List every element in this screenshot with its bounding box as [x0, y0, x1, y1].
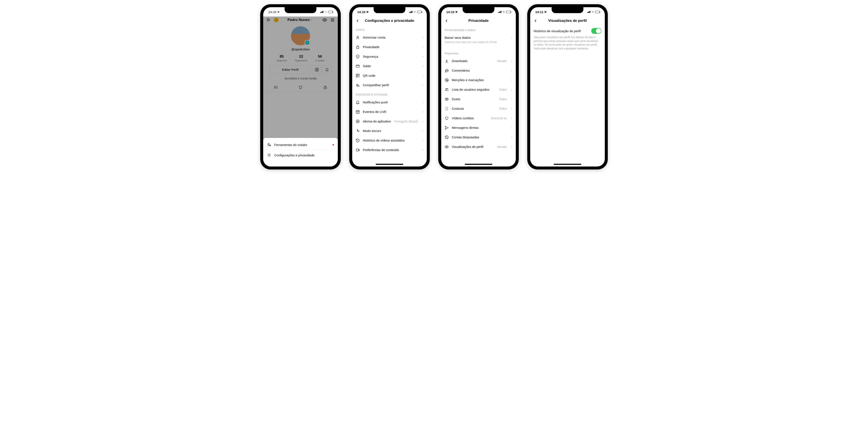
item-dark[interactable]: Modo escuro› [352, 126, 427, 136]
item-download-data[interactable]: Baixar seus dados › Obtenha uma cópia do… [441, 33, 516, 46]
content: CONTA Gerenciar conta› Privacidade› Segu… [352, 25, 427, 166]
status-time: 14:10 [357, 10, 365, 14]
location-icon: ➤ [544, 10, 547, 14]
toggle-label: Histórico de visualização de perfil [534, 29, 581, 33]
location-icon: ➤ [455, 10, 458, 14]
item-live[interactable]: Eventos de LIVE› [352, 107, 427, 117]
signal-icon [409, 11, 412, 13]
item-dm[interactable]: Mensagens diretas› [441, 123, 516, 132]
chevron-icon: › [511, 116, 513, 120]
sheet-item-label: Configurações e privacidade [274, 153, 314, 157]
notch [374, 7, 405, 13]
gear-icon [267, 153, 271, 157]
content: Histórico de visualização de perfil Veja… [530, 25, 605, 166]
chevron-icon: › [422, 83, 424, 87]
svg-point-22 [446, 79, 447, 80]
item-qr[interactable]: QR code› [352, 71, 427, 80]
eye-icon [444, 145, 449, 149]
heart-icon [444, 116, 449, 120]
creator-tools-icon [267, 142, 271, 147]
section-account: CONTA [352, 25, 427, 33]
item-duet[interactable]: DuetoTodos› [441, 94, 516, 104]
item-push[interactable]: Notificações push› [352, 97, 427, 107]
item-share[interactable]: Compartilhar perfil› [352, 80, 427, 90]
video-icon [355, 148, 360, 152]
item-manage-account[interactable]: Gerenciar conta› [352, 33, 427, 42]
back-icon[interactable] [533, 19, 538, 23]
item-blocked[interactable]: Contas bloqueadas› [441, 132, 516, 142]
status-time: 14:10 [268, 10, 276, 14]
svg-point-20 [447, 70, 448, 71]
item-security[interactable]: Segurança› [352, 52, 427, 61]
wifi-icon [502, 10, 505, 13]
nav-title: Privacidade [441, 19, 516, 23]
screen: 14:10➤ Privacidade Personalização e dado… [441, 7, 516, 166]
screen: 14:11➤ Visualizações de perfil Histórico… [530, 7, 605, 166]
chevron-icon: › [422, 45, 424, 49]
moon-icon [355, 129, 360, 133]
item-mentions[interactable]: Menções e marcações› [441, 75, 516, 85]
item-comments[interactable]: Comentários› [441, 66, 516, 75]
home-indicator[interactable] [554, 164, 581, 165]
at-icon [444, 78, 449, 82]
back-icon[interactable] [355, 19, 360, 23]
phone-privacy: 14:10➤ Privacidade Personalização e dado… [438, 4, 519, 169]
item-balance[interactable]: Saldo› [352, 61, 427, 71]
svg-point-28 [446, 146, 447, 147]
item-language[interactable]: Idioma do aplicativoPortuguês (Brasil)› [352, 117, 427, 126]
battery-icon [417, 11, 422, 13]
status-right [320, 10, 333, 13]
svg-point-18 [446, 70, 446, 71]
home-indicator[interactable] [465, 164, 492, 165]
chevron-icon: › [511, 97, 513, 101]
chevron-icon: › [511, 78, 513, 82]
chevron-icon: › [422, 54, 424, 59]
wifi-icon [324, 10, 327, 13]
chevron-icon: › [511, 135, 513, 139]
chevron-icon: › [511, 87, 513, 92]
battery-icon [328, 11, 333, 13]
svg-rect-12 [356, 74, 358, 75]
shield-icon [355, 55, 360, 59]
chevron-icon: › [422, 35, 424, 40]
users-icon [444, 88, 449, 92]
section-content: CONTEÚDO E ATIVIDADE [352, 90, 427, 97]
block-icon [444, 135, 449, 139]
comment-icon [444, 68, 449, 73]
notch [463, 7, 494, 13]
send-icon [444, 126, 449, 130]
svg-point-19 [446, 70, 447, 71]
sheet-settings[interactable]: Configurações e privacidade [266, 150, 335, 160]
signal-icon [498, 11, 501, 13]
chevron-icon: › [511, 35, 513, 40]
item-content-pref[interactable]: Preferências de conteúdo› [352, 145, 427, 155]
description-text: Veja quem visualizou seu perfil nos últi… [530, 35, 605, 51]
notch [285, 7, 316, 13]
nav-title: Visualizações de perfil [530, 19, 605, 23]
item-privacy[interactable]: Privacidade› [352, 42, 427, 52]
status-time: 14:10 [446, 10, 454, 14]
item-stitch[interactable]: CosturarTodos› [441, 104, 516, 113]
item-profile-views[interactable]: Visualizações de perfilAtivado› [441, 142, 516, 152]
item-history[interactable]: Histórico de vídeos assistidos› [352, 136, 427, 145]
sheet-item-label: Ferramentas do criador [274, 143, 307, 147]
notch [552, 7, 583, 13]
svg-point-8 [269, 155, 270, 156]
chevron-icon: › [422, 100, 424, 104]
duet-icon [444, 97, 449, 101]
back-icon[interactable] [444, 19, 449, 23]
chevron-icon: › [511, 106, 513, 111]
location-icon: ➤ [366, 10, 369, 14]
phone-profile: 14:10➤ Pedro Nunes [260, 4, 341, 169]
svg-rect-17 [356, 149, 359, 151]
sheet-creator-tools[interactable]: Ferramentas do criador [263, 140, 338, 150]
home-indicator[interactable] [376, 164, 403, 165]
nav-header: Visualizações de perfil [530, 17, 605, 25]
svg-rect-14 [356, 76, 358, 77]
item-downloads[interactable]: DownloadsAtivado› [441, 56, 516, 66]
chevron-icon: › [511, 125, 513, 130]
svg-point-6 [268, 143, 269, 145]
item-liked[interactable]: Vídeos curtidosSomente eu› [441, 113, 516, 123]
item-following-list[interactable]: Lista de usuários seguidosTodos› [441, 85, 516, 94]
toggle-switch[interactable] [591, 28, 601, 34]
